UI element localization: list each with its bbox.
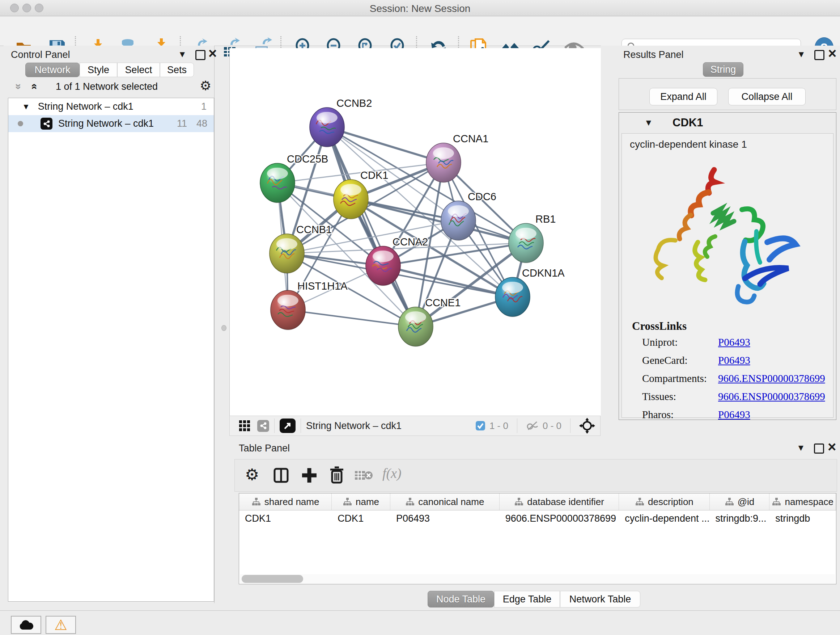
column-header-namespace[interactable]: namespace: [769, 494, 836, 510]
function-builder-icon[interactable]: f(x): [382, 465, 401, 481]
gene-detail-card: cyclin-dependent kinase 1 CrossLinks Uni…: [622, 133, 834, 418]
control-panel-menu-icon[interactable]: ▼: [178, 49, 187, 59]
tab-select[interactable]: Select: [117, 63, 160, 77]
title-bar: Session: New Session: [0, 0, 840, 16]
crosslink-label: Pharos:: [642, 409, 718, 421]
node-rb1[interactable]: RB1: [508, 213, 556, 263]
tab-string[interactable]: String: [703, 62, 744, 77]
tab-network-table[interactable]: Network Table: [560, 591, 640, 608]
network-canvas[interactable]: CCNB2CCNA1CDC25BCDK1CDC6RB1CCNB1CCNA2CDK…: [229, 48, 601, 416]
crosslink-label: Tissues:: [642, 391, 718, 402]
control-panel-close-icon[interactable]: ×: [208, 49, 217, 57]
add-column-icon[interactable]: [301, 467, 318, 484]
tab-network[interactable]: Network: [25, 63, 80, 77]
status-separator: [570, 418, 570, 433]
tab-style[interactable]: Style: [80, 63, 117, 77]
column-header-shared-name[interactable]: shared name: [239, 494, 332, 510]
table-hscrollbar-thumb[interactable]: [242, 575, 303, 583]
selected-checkbox-icon[interactable]: [475, 420, 486, 431]
results-panel-menu-icon[interactable]: ▼: [797, 49, 806, 59]
warning-button[interactable]: ⚠: [46, 616, 76, 634]
network-row[interactable]: String Network – cdk1 11 48: [8, 115, 214, 132]
cell[interactable]: P06493: [390, 510, 500, 526]
hidden-eye-icon[interactable]: [526, 420, 539, 431]
expand-all-networks-icon[interactable]: »: [27, 84, 39, 90]
edge-ccnb2-ccne1[interactable]: [327, 127, 416, 326]
network-row-label: String Network – cdk1: [58, 118, 154, 129]
control-panel-title: Control Panel: [11, 49, 70, 60]
collection-label: String Network – cdk1: [38, 101, 134, 112]
expand-all-button[interactable]: Expand All: [649, 88, 717, 105]
column-header-label: @id: [737, 496, 755, 508]
collapse-all-networks-icon[interactable]: »: [13, 84, 25, 90]
node-label-ccna1: CCNA1: [453, 133, 488, 144]
fit-crosshair-icon[interactable]: [579, 418, 595, 434]
crosslink-link[interactable]: 9606.ENSP00000378699: [718, 391, 825, 402]
column-header-label: description: [648, 496, 693, 508]
open-in-window-icon[interactable]: [279, 418, 295, 433]
cloud-button[interactable]: [11, 616, 41, 634]
show-columns-icon[interactable]: [272, 467, 290, 484]
gene-expand-icon[interactable]: ▼: [644, 118, 653, 128]
tab-edge-table[interactable]: Edge Table: [494, 591, 560, 608]
cell[interactable]: cyclin-dependent ...: [619, 510, 709, 526]
control-panel: Control Panel ▼ × Network Style Select S…: [4, 46, 215, 603]
column-header-description[interactable]: description: [619, 494, 709, 510]
protein-structure-image: [636, 159, 817, 315]
crosslink-link[interactable]: P06493: [718, 409, 750, 421]
cell[interactable]: stringdb: [769, 510, 836, 526]
results-panel-float-icon[interactable]: [814, 50, 824, 60]
node-ccne1[interactable]: CCNE1: [398, 297, 461, 347]
collection-expand-icon[interactable]: ▼: [22, 102, 30, 111]
network-options-gear-icon[interactable]: ⚙: [200, 78, 211, 93]
delete-column-trash-icon[interactable]: [328, 466, 346, 484]
network-graph[interactable]: CCNB2CCNA1CDC25BCDK1CDC6RB1CCNB1CCNA2CDK…: [230, 48, 601, 416]
table-hscrollbar-track[interactable]: [240, 574, 835, 584]
crosslink-label: Uniprot:: [642, 336, 718, 348]
edge-hist1h1a-ccne1[interactable]: [288, 310, 416, 326]
crosslink-link[interactable]: 9606.ENSP00000378699: [718, 372, 825, 385]
collapse-all-button[interactable]: Collapse All: [728, 88, 806, 105]
crosslink-row: Compartments:9606.ENSP00000378699: [642, 372, 830, 385]
network-status-bar: String Network – cdk1 1 - 0 0 - 0: [229, 416, 600, 436]
crosslink-row: Uniprot:P06493: [642, 336, 830, 348]
node-cdkn1a[interactable]: CDKN1A: [495, 267, 565, 317]
tab-sets[interactable]: Sets: [160, 63, 194, 77]
table-row[interactable]: CDK1CDK1P064939606.ENSP00000378699cyclin…: [239, 510, 836, 526]
results-panel-close-icon[interactable]: ×: [828, 49, 836, 57]
control-panel-float-icon[interactable]: [195, 50, 205, 60]
column-header-label: canonical name: [418, 496, 484, 508]
cell[interactable]: 9606.ENSP00000378699: [500, 510, 619, 526]
network-collection-row[interactable]: ▼ String Network – cdk1 1: [8, 98, 214, 115]
status-separator: [301, 418, 301, 433]
network-edge-count: 48: [196, 118, 207, 129]
crosslink-row: GeneCard:P06493: [642, 355, 830, 366]
table-panel-menu-icon[interactable]: ▼: [797, 443, 805, 453]
cell[interactable]: CDK1: [239, 510, 332, 526]
column-header-canonical-name[interactable]: canonical name: [390, 494, 500, 510]
column-header-name[interactable]: name: [332, 494, 390, 510]
network-badge-icon[interactable]: [257, 420, 269, 432]
cell[interactable]: stringdb:9...: [709, 510, 769, 526]
left-splitter-handle[interactable]: [221, 325, 226, 331]
node-label-rb1: RB1: [535, 213, 556, 225]
column-header-label: shared name: [264, 496, 319, 508]
node-hist1h1a[interactable]: HIST1H1A: [271, 280, 347, 330]
grid-view-icon[interactable]: [238, 420, 251, 432]
node-label-ccnb2: CCNB2: [336, 97, 372, 109]
delete-table-icon[interactable]: [354, 470, 373, 482]
node-cdk1[interactable]: CDK1: [333, 169, 388, 219]
column-header--id[interactable]: @id: [710, 494, 770, 510]
crosslink-link[interactable]: P06493: [718, 355, 750, 366]
table-panel-title: Table Panel: [239, 443, 290, 454]
hidden-counts: 0 - 0: [543, 420, 561, 432]
edge-ccnb2-ccna1[interactable]: [327, 127, 444, 163]
table-settings-gear-icon[interactable]: ⚙: [245, 465, 259, 484]
crosslink-link[interactable]: P06493: [718, 336, 750, 348]
table-panel-close-icon[interactable]: ×: [828, 443, 836, 451]
cell[interactable]: CDK1: [332, 510, 390, 526]
column-header-database-identifier[interactable]: database identifier: [500, 494, 619, 510]
tab-node-table[interactable]: Node Table: [428, 591, 494, 608]
table-panel-float-icon[interactable]: [814, 443, 824, 454]
collection-count: 1: [201, 101, 207, 112]
